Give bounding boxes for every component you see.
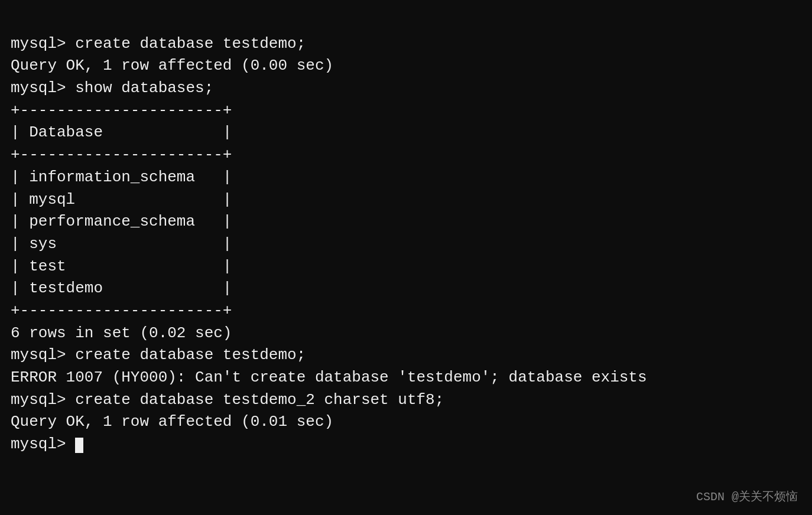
terminal-line: +----------------------+ — [11, 100, 801, 122]
terminal-line: 6 rows in set (0.02 sec) — [11, 322, 801, 345]
terminal-line: mysql> create database testdemo; — [11, 33, 801, 56]
terminal-line: | mysql | — [11, 189, 801, 211]
terminal-line: | Database | — [11, 122, 801, 144]
terminal-line: mysql> — [11, 433, 801, 456]
terminal-line: Query OK, 1 row affected (0.01 sec) — [11, 411, 801, 433]
terminal-line: | information_schema | — [11, 167, 801, 189]
terminal-line: ERROR 1007 (HY000): Can't create databas… — [11, 367, 801, 389]
terminal-line: | sys | — [11, 233, 801, 256]
terminal-line: +----------------------+ — [11, 300, 801, 322]
terminal-line: mysql> create database testdemo_2 charse… — [11, 389, 801, 412]
terminal-line: | testdemo | — [11, 278, 801, 300]
terminal-line: mysql> create database testdemo; — [11, 344, 801, 367]
watermark: CSDN @关关不烦恼 — [696, 488, 798, 504]
terminal-line: mysql> show databases; — [11, 77, 801, 100]
terminal-window: mysql> create database testdemo;Query OK… — [0, 0, 812, 467]
terminal-line: +----------------------+ — [11, 144, 801, 167]
terminal-cursor — [75, 438, 83, 453]
terminal-line: | performance_schema | — [11, 211, 801, 233]
terminal-line: Query OK, 1 row affected (0.00 sec) — [11, 55, 801, 77]
terminal-line: | test | — [11, 256, 801, 278]
